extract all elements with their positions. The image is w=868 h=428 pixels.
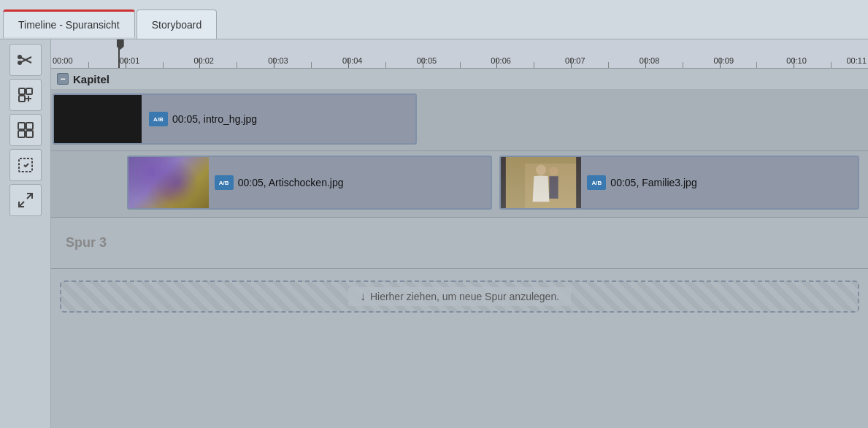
- drop-zone-label: Hierher ziehen, um neue Spur anzulegen.: [370, 291, 559, 302]
- clip-intro[interactable]: A/B 00:05, intro_hg.jpg: [53, 93, 417, 145]
- ruler-minor-tick: [163, 62, 164, 68]
- ruler-tick-10: [794, 58, 794, 68]
- svg-point-3: [18, 61, 21, 64]
- clip-artischocken[interactable]: A/B 00:05, Artischocken.jpg: [127, 156, 493, 210]
- svg-rect-17: [506, 157, 576, 208]
- select-tool-button[interactable]: [9, 149, 42, 181]
- clip-name-familie: 00:05, Familie3.jpg: [610, 177, 696, 188]
- ruler-tick-6: [496, 58, 497, 68]
- clip-thumbnail-flowers: [128, 157, 209, 208]
- chapter-collapse-button[interactable]: −: [57, 73, 69, 85]
- chapter-header: − Kapitel: [51, 69, 868, 89]
- ab-icon-familie: A/B: [587, 175, 606, 190]
- ruler-time-3: 00:03: [268, 56, 288, 65]
- ruler-minor-tick: [88, 62, 89, 68]
- ruler-tick-4: [348, 58, 349, 68]
- playhead[interactable]: [114, 39, 124, 68]
- svg-rect-5: [26, 88, 32, 94]
- expand-tool-button[interactable]: [9, 184, 42, 216]
- svg-rect-6: [19, 96, 25, 102]
- svg-point-20: [550, 167, 558, 175]
- clip-thumbnail-intro: [54, 95, 142, 143]
- drop-zone-icon: ↓: [360, 290, 366, 303]
- ruler-time-0: 00:00: [53, 56, 73, 65]
- ruler-time-4: 00:04: [342, 56, 363, 65]
- add-track-tool-button[interactable]: [9, 79, 42, 111]
- tab-storyboard-label: Storyboard: [152, 19, 201, 31]
- group-tool-button[interactable]: [9, 114, 42, 146]
- svg-line-14: [27, 194, 32, 199]
- ruler-minor-tick: [534, 62, 534, 68]
- svg-rect-18: [525, 164, 576, 208]
- chapter-label: Kapitel: [73, 73, 110, 85]
- drop-zone-inner: ↓ Hierher ziehen, um neue Spur anzulegen…: [348, 287, 571, 306]
- svg-point-2: [18, 56, 21, 58]
- track-row-spur1: A/B 00:05, intro_hg.jpg: [51, 89, 868, 151]
- svg-point-19: [536, 165, 546, 175]
- ruler-minor-tick: [311, 62, 312, 68]
- ab-icon-artischocken: A/B: [215, 175, 234, 190]
- ruler-minor-tick: [608, 62, 609, 68]
- ruler-minor-tick: [756, 62, 757, 68]
- timeline-content: 00:00 00:01 00:02 00:03 00:04 00:05 00:0…: [51, 39, 868, 428]
- collapse-icon: −: [60, 74, 65, 84]
- ruler-tick-3: [274, 58, 274, 68]
- ruler-time-7: 00:07: [565, 56, 585, 65]
- ruler-tick-5: [423, 58, 423, 68]
- svg-rect-4: [19, 88, 25, 94]
- main-area: 00:00 00:01 00:02 00:03 00:04 00:05 00:0…: [0, 39, 868, 428]
- clip-name-artischocken: 00:05, Artischocken.jpg: [238, 177, 344, 188]
- svg-line-15: [19, 202, 24, 207]
- ruler-tick-8: [645, 58, 646, 68]
- ruler-minor-tick: [385, 62, 386, 68]
- tab-bar: Timeline - Spuransicht Storyboard: [0, 0, 868, 39]
- drop-zone[interactable]: ↓ Hierher ziehen, um neue Spur anzulegen…: [60, 280, 859, 313]
- ab-icon-intro: A/B: [149, 112, 168, 126]
- ruler-tick-7: [571, 58, 572, 68]
- track-area: − Kapitel A/B: [51, 69, 868, 428]
- ruler-time-9: 00:09: [714, 56, 734, 65]
- track-row-spur3: Spur 3: [51, 218, 868, 269]
- svg-rect-12: [26, 131, 33, 137]
- drop-zone-container: ↓ Hierher ziehen, um neue Spur anzulegen…: [51, 269, 868, 324]
- svg-rect-11: [18, 131, 25, 137]
- tab-storyboard[interactable]: Storyboard: [137, 9, 217, 39]
- svg-rect-10: [26, 123, 33, 129]
- tab-timeline-label: Timeline - Spuransicht: [18, 19, 120, 31]
- ruler-time-6: 00:06: [491, 56, 511, 65]
- svg-rect-9: [18, 123, 25, 129]
- clip-familie3[interactable]: A/B 00:05, Familie3.jpg: [499, 156, 859, 210]
- ruler-time-10: 00:10: [786, 56, 807, 65]
- ruler-time-11: 00:11: [846, 56, 867, 65]
- app-container: Timeline - Spuransicht Storyboard: [0, 0, 868, 428]
- ruler-time-8: 00:08: [640, 56, 660, 65]
- ruler-tick-2: [199, 58, 200, 68]
- svg-rect-16: [506, 157, 576, 208]
- ruler-tick-1: [126, 58, 126, 68]
- ruler-time-5: 00:05: [417, 56, 437, 65]
- track-row-spur2: A/B 00:05, Artischocken.jpg: [51, 151, 868, 218]
- spur3-label: Spur 3: [51, 235, 107, 251]
- tab-timeline[interactable]: Timeline - Spuransicht: [3, 9, 135, 39]
- razor-tool-button[interactable]: [9, 44, 42, 76]
- clip-thumbnail-family: [501, 157, 581, 208]
- left-toolbar: [0, 39, 51, 428]
- ruler-minor-tick: [683, 62, 683, 68]
- ruler-minor-tick: [460, 62, 461, 68]
- ruler-tick-9: [720, 58, 721, 68]
- svg-rect-21: [550, 176, 558, 199]
- ruler-minor-tick: [831, 62, 831, 68]
- ruler-time-2: 00:02: [193, 56, 214, 65]
- ruler-minor-tick: [237, 62, 237, 68]
- ruler: 00:00 00:01 00:02 00:03 00:04 00:05 00:0…: [51, 39, 868, 69]
- clip-name-intro: 00:05, intro_hg.jpg: [172, 113, 257, 125]
- svg-rect-13: [19, 158, 32, 172]
